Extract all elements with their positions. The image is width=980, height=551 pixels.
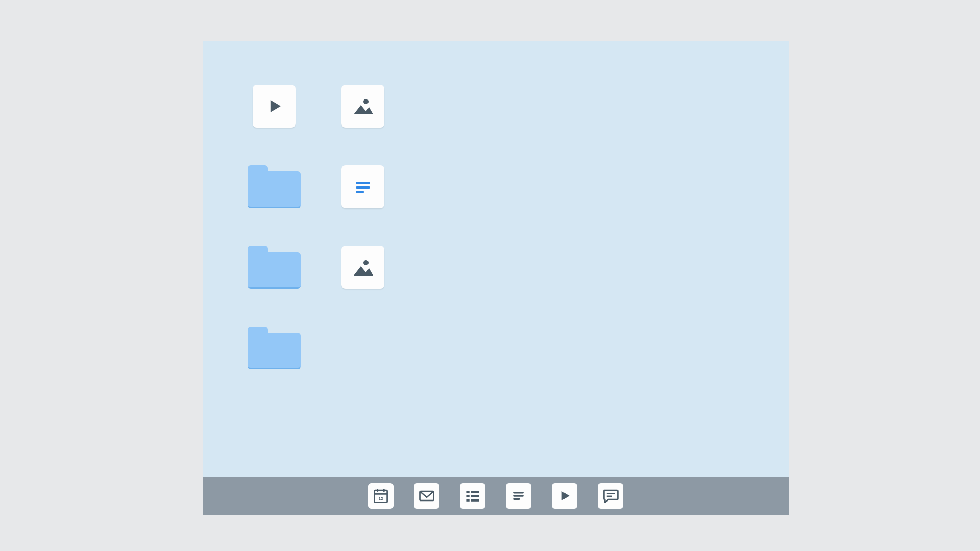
svg-rect-21 xyxy=(513,495,524,497)
svg-rect-15 xyxy=(471,491,479,493)
desktop-screen: 12 xyxy=(203,41,789,515)
play-icon xyxy=(555,487,574,505)
svg-rect-16 xyxy=(466,495,469,497)
svg-rect-18 xyxy=(466,499,469,502)
desktop-textdoc-tile[interactable] xyxy=(341,165,384,208)
taskbar-mail[interactable] xyxy=(414,483,439,509)
svg-rect-20 xyxy=(513,492,524,494)
svg-point-1 xyxy=(363,99,369,104)
taskbar-textdoc[interactable] xyxy=(506,483,531,509)
folder-icon xyxy=(248,252,301,289)
svg-rect-19 xyxy=(471,499,479,502)
desktop-area[interactable] xyxy=(203,41,789,477)
svg-marker-0 xyxy=(271,100,281,112)
image-icon xyxy=(351,94,375,118)
calendar-icon: 12 xyxy=(372,487,390,505)
svg-rect-3 xyxy=(356,182,370,184)
desktop-folder-1[interactable] xyxy=(248,165,301,208)
svg-marker-2 xyxy=(354,105,373,114)
textdoc-icon xyxy=(509,487,528,505)
image-icon xyxy=(351,255,375,280)
desktop-folder-2[interactable] xyxy=(248,246,301,289)
svg-rect-17 xyxy=(471,495,479,497)
desktop-image-tile-1[interactable] xyxy=(341,85,384,128)
taskbar-chat[interactable] xyxy=(598,483,623,509)
folder-icon xyxy=(248,333,301,369)
svg-rect-4 xyxy=(356,186,370,189)
taskbar-calendar[interactable]: 12 xyxy=(368,483,394,509)
mail-icon xyxy=(418,487,436,505)
folder-icon xyxy=(248,171,301,208)
desktop-image-tile-2[interactable] xyxy=(341,246,384,289)
svg-rect-5 xyxy=(356,191,364,193)
taskbar-list[interactable] xyxy=(460,483,485,509)
svg-point-6 xyxy=(363,260,369,265)
desktop-icon-grid xyxy=(253,85,384,369)
taskbar-play[interactable] xyxy=(552,483,577,509)
textdoc-icon xyxy=(351,174,375,199)
svg-rect-22 xyxy=(513,498,520,500)
chat-icon xyxy=(601,487,620,505)
svg-marker-23 xyxy=(562,491,570,500)
taskbar: 12 xyxy=(203,477,789,515)
desktop-folder-3[interactable] xyxy=(248,327,301,369)
svg-text:12: 12 xyxy=(379,496,383,501)
svg-rect-14 xyxy=(466,491,469,493)
desktop-video-tile[interactable] xyxy=(253,85,296,128)
list-icon xyxy=(463,487,482,505)
svg-marker-7 xyxy=(354,266,373,276)
play-icon xyxy=(262,94,286,118)
